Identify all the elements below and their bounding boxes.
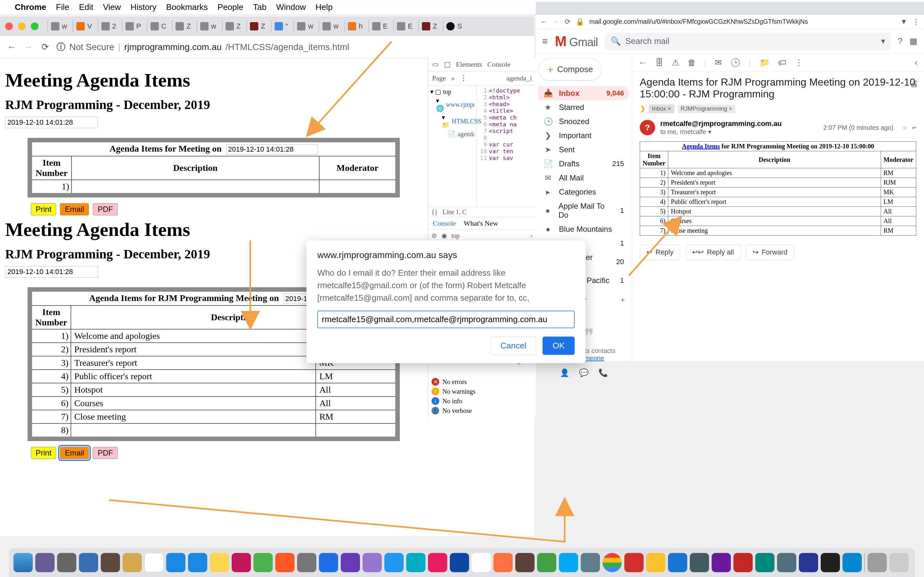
sidebar-item-inbox[interactable]: 📥 Inbox 9,046 [538, 86, 629, 100]
print-icon[interactable]: 🖨 [910, 79, 918, 89]
row-desc[interactable] [71, 180, 319, 195]
forward-button[interactable]: → [23, 42, 33, 52]
sources-code[interactable]: 1<!doctype2<html>3<head>4<title>5<meta c… [477, 85, 536, 207]
gmail-back-button[interactable]: ← [540, 18, 548, 26]
dock-app[interactable] [123, 553, 142, 572]
browser-tab[interactable]: Z [246, 20, 268, 32]
menubar-view[interactable]: View [103, 2, 121, 12]
email-button-2[interactable]: Email [60, 447, 89, 459]
dock-app[interactable] [755, 553, 774, 572]
dock-app[interactable] [581, 553, 600, 572]
back-icon[interactable]: ← [638, 58, 647, 68]
browser-tab[interactable]: Z [418, 20, 440, 32]
devtools-tab-console[interactable]: Console [487, 60, 510, 69]
devtools-tab-whatsnew[interactable]: What's New [464, 219, 498, 227]
dock-trash-icon[interactable] [889, 553, 909, 572]
dock-app[interactable] [79, 553, 98, 572]
menubar-tab[interactable]: Tab [253, 2, 267, 12]
sidebar-item-snoozed[interactable]: 🕒 Snoozed [538, 114, 629, 129]
dock-app[interactable] [406, 553, 425, 572]
back-button[interactable]: ← [6, 42, 17, 52]
sources-file-tab[interactable]: agenda_i [507, 74, 532, 82]
reply-icon[interactable]: ↩ [912, 125, 916, 131]
dock-app[interactable] [867, 553, 887, 572]
inspect-icon[interactable]: ▭ [432, 60, 439, 69]
browser-tab[interactable]: 2 [98, 20, 120, 32]
move-icon[interactable]: 📁 [759, 58, 770, 68]
browser-tab[interactable]: Z [222, 20, 244, 32]
datetime-input-2[interactable] [5, 266, 98, 277]
archive-icon[interactable]: 🗄 [655, 58, 664, 68]
site-info-icon[interactable]: ⓘ [57, 41, 65, 53]
minimize-window-button[interactable] [18, 23, 26, 30]
plus-icon[interactable]: + [620, 296, 625, 304]
maximize-window-button[interactable] [31, 23, 39, 30]
console-filter-scope[interactable]: top [451, 232, 460, 239]
dock-app-chrome[interactable] [603, 553, 622, 572]
lock-icon[interactable]: 🔒 [575, 18, 584, 26]
dock-app[interactable] [428, 553, 447, 572]
dock-app[interactable] [384, 553, 404, 572]
label-icon[interactable]: 🏷 [778, 58, 787, 68]
browser-tab[interactable]: E [368, 20, 391, 32]
dock-app[interactable] [537, 553, 556, 572]
devtools-tab-elements[interactable]: Elements [456, 60, 482, 69]
reply-all-button[interactable]: ↩↩Reply all [685, 245, 740, 260]
dock-app[interactable] [493, 553, 513, 572]
menubar-people[interactable]: People [218, 2, 244, 12]
browser-tab[interactable]: Z [172, 20, 194, 32]
dock-app[interactable] [57, 553, 76, 572]
dock-app[interactable] [777, 553, 796, 572]
sidebar-item-important[interactable]: ❯ Important [538, 129, 629, 143]
dock-app[interactable] [166, 553, 186, 572]
datetime-input-1[interactable] [5, 117, 98, 128]
dock-app[interactable] [232, 553, 251, 572]
menubar-file[interactable]: File [56, 2, 69, 12]
browser-tab[interactable]: E [393, 20, 416, 32]
tree-file[interactable]: agenda_ite [457, 131, 475, 138]
browser-tab[interactable]: w [47, 20, 70, 32]
browser-tab[interactable]: V [73, 20, 95, 32]
row-desc[interactable]: Public officer's report [71, 370, 316, 383]
row-mod[interactable]: All [316, 383, 397, 396]
dock-app[interactable] [559, 553, 578, 572]
dock-app[interactable] [646, 553, 666, 572]
address-bar[interactable]: ⓘ Not Secure | rjmprogramming.com.au/HTM… [57, 41, 528, 53]
console-scope-icon[interactable]: ◉ [441, 232, 447, 239]
dock-app[interactable] [624, 553, 644, 572]
tree-top[interactable]: top [443, 88, 451, 95]
sources-page-label[interactable]: Page [432, 74, 446, 82]
apps-icon[interactable]: ▦ [909, 36, 918, 46]
row-mod[interactable]: All [316, 396, 397, 410]
dock-app[interactable] [733, 553, 753, 572]
sidebar-item-all-mail[interactable]: ✉ All Mail [538, 171, 629, 185]
help-icon[interactable]: ? [898, 36, 903, 46]
dock-app[interactable] [712, 553, 731, 572]
spam-icon[interactable]: ⚠ [672, 58, 679, 68]
dock-app[interactable] [275, 553, 294, 572]
dock-app[interactable] [515, 553, 535, 572]
forward-button[interactable]: ↪Forward [746, 245, 795, 260]
label-rjm[interactable]: RJMProgramming × [678, 105, 736, 113]
dock-app[interactable] [799, 553, 818, 572]
print-button-1[interactable]: Print [31, 203, 56, 215]
importance-marker-icon[interactable]: ❯ [640, 105, 646, 113]
recipient-line[interactable]: to me, rmetcalfe ▾ [660, 128, 782, 135]
menubar-edit[interactable]: Edit [79, 2, 94, 12]
browser-tab[interactable]: w [197, 20, 220, 32]
dock-app[interactable] [668, 553, 687, 572]
dock-app[interactable] [472, 553, 491, 572]
console-caret-icon[interactable]: › [530, 232, 533, 239]
browser-tab[interactable]: P [122, 20, 144, 32]
row-desc[interactable]: President's report [71, 343, 316, 356]
menubar-bookmarks[interactable]: Bookmarks [166, 2, 208, 12]
chevron-down-icon[interactable]: ▾ [881, 36, 885, 46]
pdf-button-1[interactable]: PDF [93, 203, 118, 215]
sources-tree[interactable]: ▾ ▢ top ▾ 🌐 www.rjmprogram ▾ 📁 HTMLCSS 📄… [428, 85, 477, 207]
label-inbox[interactable]: Inbox × [649, 105, 674, 113]
bookmark-icon[interactable]: ▼ [900, 18, 907, 26]
row-desc[interactable]: Close meeting [71, 410, 316, 424]
compose-button[interactable]: + Compose [538, 58, 602, 81]
dock-app[interactable] [690, 553, 709, 572]
tree-domain[interactable]: www.rjmprogram [446, 101, 475, 108]
